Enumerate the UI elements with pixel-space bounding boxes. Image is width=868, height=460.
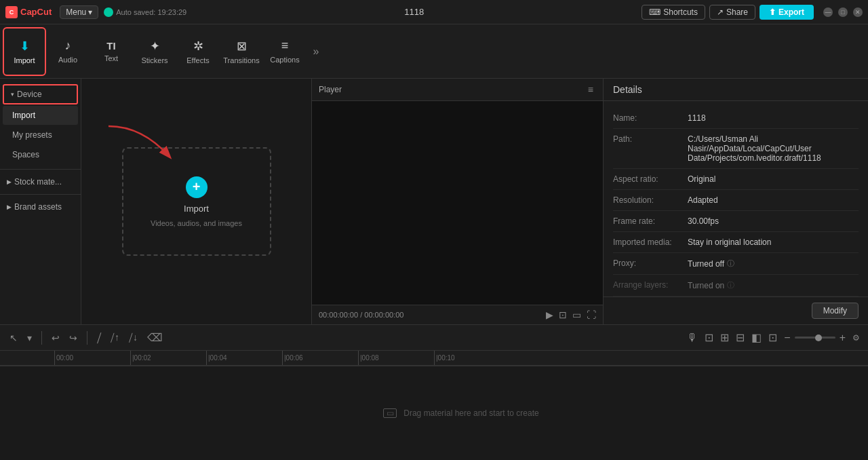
select-dropdown-button[interactable]: ▾ — [24, 331, 35, 345]
detail-value-framerate: 30.00fps — [688, 216, 859, 226]
delete-button[interactable]: ⌫ — [144, 330, 165, 345]
tool-captions[interactable]: ≡ Captions — [263, 27, 307, 76]
layers-button[interactable]: ⊡ — [767, 330, 778, 345]
sidebar-device-header[interactable]: ▾ Device — [3, 84, 78, 104]
link-button[interactable]: ⊟ — [734, 330, 746, 345]
select-tool-button[interactable]: ↖ — [7, 331, 20, 345]
detail-key-aspect: Aspect ratio: — [613, 174, 688, 184]
fit-button[interactable]: ⊡ — [559, 309, 567, 320]
logo-text: CapCut — [20, 7, 52, 17]
track-icon: ▭ — [383, 408, 397, 418]
import-icon: ⬇ — [20, 39, 30, 54]
mic-button[interactable]: 🎙 — [686, 330, 699, 345]
detail-value-path: C:/Users/Usman Ali Nasir/AppData/Local/C… — [688, 134, 859, 163]
device-section: ▾ Device Import My presets Spaces — [0, 81, 81, 166]
share-label: Share — [726, 7, 748, 17]
tool-transitions[interactable]: ⊠ Transitions — [220, 27, 263, 76]
color-match-button[interactable]: ◧ — [750, 330, 763, 345]
player-menu-button[interactable]: ≡ — [585, 83, 596, 96]
drag-material-text: Drag material here and start to create — [403, 408, 538, 418]
sidebar-item-import[interactable]: Import — [3, 106, 78, 125]
stickers-icon: ✦ — [150, 39, 160, 54]
audio-icon: ♪ — [65, 39, 71, 53]
detail-value-proxy: Turned off ⓘ — [688, 258, 859, 269]
minimize-button[interactable]: — — [823, 7, 833, 17]
tool-text[interactable]: TI Text — [90, 27, 133, 76]
logo: C CapCut — [5, 6, 52, 18]
close-button[interactable]: ✕ — [853, 7, 863, 17]
maximize-button[interactable]: □ — [838, 7, 848, 17]
proxy-info-icon[interactable]: ⓘ — [727, 258, 734, 269]
detail-key-framerate: Frame rate: — [613, 216, 688, 226]
detail-value-aspect: Original — [688, 174, 859, 184]
zoom-out-button[interactable]: − — [783, 330, 791, 345]
grid-button[interactable]: ⊞ — [719, 330, 730, 345]
timeline-settings-button[interactable]: ⚙ — [851, 332, 861, 344]
arrange-layers-info-icon[interactable]: ⓘ — [727, 280, 734, 290]
detail-row-proxy: Proxy: Turned off ⓘ — [613, 253, 859, 275]
detail-key-imported-media: Imported media: — [613, 237, 688, 247]
zoom-in-button[interactable]: + — [838, 330, 847, 345]
sidebar-item-my-presets[interactable]: My presets — [3, 126, 78, 145]
modify-button[interactable]: Modify — [812, 303, 859, 319]
shortcuts-label: Shortcuts — [663, 7, 698, 17]
import-box-sublabel: Videos, audios, and images — [151, 219, 242, 227]
track-empty-state: ▭ Drag material here and start to create — [54, 366, 868, 460]
sidebar-divider-2 — [0, 194, 81, 195]
detail-row-imported-media: Imported media: Stay in original locatio… — [613, 232, 859, 253]
menu-label: Menu — [66, 7, 86, 17]
project-name: 1118 — [192, 7, 636, 17]
left-panel: ▾ Device Import My presets Spaces ▶ Stoc… — [0, 79, 312, 324]
ruler-mark-2: |00:04 — [206, 351, 282, 365]
sidebar-item-spaces[interactable]: Spaces — [3, 145, 78, 164]
details-content: Name: 1118 Path: C:/Users/Usman Ali Nasi… — [604, 101, 868, 296]
detail-key-arrange-layers: Arrange layers: — [613, 280, 688, 290]
tool-effects[interactable]: ✲ Effects — [176, 27, 220, 76]
top-bar: C CapCut Menu ▾ Auto saved: 19:23:29 111… — [0, 0, 868, 24]
timeline-tracks: ▭ Drag material here and start to create — [0, 366, 868, 460]
detail-value-imported-media: Stay in original location — [688, 237, 859, 247]
detail-row-aspect: Aspect ratio: Original — [613, 169, 859, 190]
export-label: Export — [778, 7, 804, 17]
logo-icon: C — [5, 6, 18, 18]
export-button[interactable]: ⬆ Export — [760, 5, 814, 20]
export-icon: ⬆ — [769, 7, 776, 17]
tool-import[interactable]: ⬇ Import — [3, 27, 46, 76]
menu-button[interactable]: Menu ▾ — [60, 5, 98, 19]
device-label: Device — [17, 90, 42, 99]
redo-button[interactable]: ↪ — [66, 331, 80, 345]
timeline-content: 00:00 |00:02 |00:04 |00:06 |00:08 |00:10… — [0, 351, 868, 460]
ruler-mark-5: |00:10 — [434, 351, 510, 365]
shortcuts-button[interactable]: ⌨ Shortcuts — [642, 5, 705, 20]
effects-label: Effects — [186, 56, 209, 64]
split-above-button[interactable]: ⧸↑ — [108, 330, 122, 345]
detail-value-arrange-layers: Turned on ⓘ — [688, 280, 859, 290]
import-box-label: Import — [184, 204, 209, 214]
split-button[interactable]: ⧸ — [94, 330, 104, 345]
zoom-thumb — [815, 334, 822, 341]
ratio-button[interactable]: ▭ — [572, 309, 581, 320]
detail-value-name: 1118 — [688, 113, 859, 123]
share-button[interactable]: ↗ Share — [709, 5, 755, 20]
toolbar-more-button[interactable]: » — [307, 42, 326, 61]
split-below-button[interactable]: ⧸↓ — [126, 330, 140, 345]
tool-audio[interactable]: ♪ Audio — [46, 27, 90, 76]
tool-stickers[interactable]: ✦ Stickers — [133, 27, 176, 76]
snap-button[interactable]: ⊡ — [703, 330, 715, 345]
sidebar-brand-assets[interactable]: ▶ Brand assets — [0, 197, 81, 216]
details-footer: Modify — [604, 296, 868, 324]
toolbar-separator-2 — [87, 331, 87, 345]
text-icon: TI — [106, 40, 115, 52]
undo-button[interactable]: ↩ — [49, 331, 62, 345]
player-time-display: 00:00:00:00 / 00:00:00:00 — [319, 311, 403, 319]
details-panel: Details Name: 1118 Path: C:/Users/Usman … — [604, 79, 868, 324]
play-button[interactable]: ▶ — [546, 309, 553, 320]
brand-label: Brand assets — [14, 202, 62, 212]
import-label: Import — [14, 56, 35, 64]
auto-save-dot-icon — [104, 7, 113, 17]
zoom-slider[interactable] — [795, 337, 835, 339]
player-title: Player — [319, 85, 342, 94]
sidebar-stock-materials[interactable]: ▶ Stock mate... — [0, 172, 81, 191]
import-arrow-indicator — [102, 119, 183, 160]
fullscreen-button[interactable]: ⛶ — [587, 309, 596, 320]
